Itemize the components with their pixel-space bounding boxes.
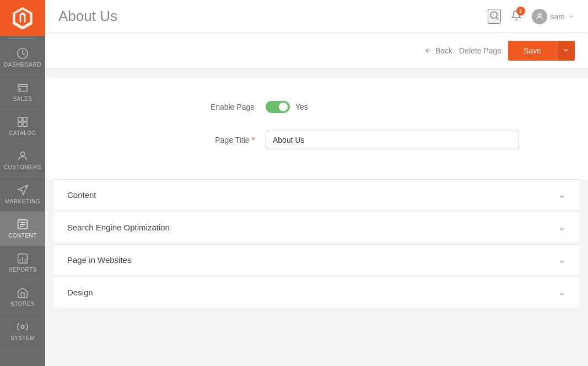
search-icon <box>489 10 500 21</box>
sidebar-item-content[interactable]: CONTENT <box>0 212 45 246</box>
sidebar-item-customers[interactable]: CUSTOMERS <box>0 143 45 177</box>
content-area: Back Delete Page Save Enable Page <box>45 33 588 366</box>
sidebar-item-system[interactable]: SYSTEM <box>0 314 45 348</box>
page-title: About Us <box>58 8 117 25</box>
svg-rect-4 <box>23 117 27 121</box>
accordion-websites-header[interactable]: Page in Websites ⌄ <box>54 245 579 274</box>
accordion-seo-chevron: ⌄ <box>558 221 566 233</box>
sidebar-label-marketing: MARKETING <box>5 198 40 204</box>
top-header: About Us 2 <box>45 0 588 33</box>
stores-icon <box>17 287 29 299</box>
back-label: Back <box>435 46 452 55</box>
save-button-group: Save <box>508 41 575 61</box>
svg-point-2 <box>20 89 21 90</box>
page-title-label: Page Title* <box>155 136 255 144</box>
back-button[interactable]: Back <box>424 46 452 55</box>
chevron-down-icon <box>568 13 575 20</box>
form-section: Enable Page Yes Page Title* <box>45 78 588 179</box>
magento-logo-icon <box>12 7 34 29</box>
accordion-seo: Search Engine Optimization ⌄ <box>54 212 579 242</box>
enable-page-label: Enable Page <box>155 103 255 111</box>
sidebar-item-reports[interactable]: REPORTS <box>0 246 45 280</box>
sidebar-label-sales: SALES <box>13 96 33 102</box>
user-icon <box>535 12 544 21</box>
sidebar-label-catalog: CATALOG <box>9 130 36 136</box>
notifications-button[interactable]: 2 <box>511 10 522 23</box>
svg-point-7 <box>20 152 24 156</box>
user-name: sam <box>551 12 565 21</box>
sidebar-item-stores[interactable]: STORES <box>0 280 45 314</box>
sidebar: DASHBOARD SALES CATALOG CUSTOMERS <box>0 0 45 366</box>
main-content: About Us 2 <box>45 0 588 366</box>
accordion-seo-header[interactable]: Search Engine Optimization ⌄ <box>54 212 579 242</box>
catalog-icon <box>17 116 29 128</box>
header-actions: 2 sam <box>488 9 575 24</box>
accordion-content-title: Content <box>67 190 96 200</box>
accordion-design-title: Design <box>67 288 93 297</box>
sidebar-label-system: SYSTEM <box>10 335 35 341</box>
accordion-design-header[interactable]: Design ⌄ <box>54 277 579 307</box>
enable-page-row: Enable Page Yes <box>45 95 588 119</box>
required-indicator: * <box>252 136 255 144</box>
enable-page-status: Yes <box>295 103 308 111</box>
user-menu[interactable]: sam <box>532 9 575 24</box>
toggle-slider <box>266 101 290 113</box>
svg-rect-5 <box>18 122 22 126</box>
save-button[interactable]: Save <box>508 41 557 61</box>
accordion-design-chevron: ⌄ <box>558 286 566 298</box>
sidebar-item-catalog[interactable]: CATALOG <box>0 109 45 143</box>
accordion-sections: Content ⌄ Search Engine Optimization ⌄ P… <box>45 179 588 307</box>
page-title-row: Page Title* <box>45 125 588 155</box>
notifications-badge: 2 <box>516 7 525 15</box>
accordion-seo-title: Search Engine Optimization <box>67 223 170 232</box>
toggle-wrapper: Yes <box>266 101 519 113</box>
sidebar-label-customers: CUSTOMERS <box>4 164 41 170</box>
accordion-websites: Page in Websites ⌄ <box>54 244 579 274</box>
enable-page-control: Yes <box>266 101 519 113</box>
accordion-content: Content ⌄ <box>54 179 579 209</box>
accordion-websites-title: Page in Websites <box>67 255 131 265</box>
accordion-design: Design ⌄ <box>54 277 579 307</box>
sidebar-label-reports: REPORTS <box>8 267 37 273</box>
search-button[interactable] <box>488 9 501 24</box>
sidebar-item-sales[interactable]: SALES <box>0 75 45 109</box>
sidebar-label-content: CONTENT <box>8 233 37 239</box>
accordion-content-chevron: ⌄ <box>558 189 566 201</box>
delete-label: Delete Page <box>459 46 501 55</box>
arrow-left-icon <box>424 47 432 55</box>
dashboard-icon <box>17 47 29 60</box>
marketing-icon <box>17 184 29 196</box>
reports-icon <box>17 252 29 265</box>
delete-page-button[interactable]: Delete Page <box>459 46 501 55</box>
svg-point-10 <box>21 325 24 329</box>
system-icon <box>17 321 29 333</box>
content-icon <box>17 218 29 230</box>
svg-point-11 <box>490 12 497 18</box>
chevron-down-icon <box>563 47 569 53</box>
save-dropdown-button[interactable] <box>557 41 575 61</box>
svg-rect-3 <box>18 117 22 121</box>
sidebar-item-marketing[interactable]: MARKETING <box>0 177 45 212</box>
action-bar: Back Delete Page Save <box>45 33 588 69</box>
svg-point-12 <box>538 13 541 16</box>
accordion-websites-chevron: ⌄ <box>558 254 566 266</box>
user-avatar <box>532 9 547 24</box>
sidebar-logo <box>0 0 45 36</box>
sidebar-divider <box>9 38 36 39</box>
sidebar-label-dashboard: DASHBOARD <box>4 62 41 68</box>
customers-icon <box>17 150 29 162</box>
page-title-control <box>266 131 519 149</box>
accordion-content-header[interactable]: Content ⌄ <box>54 180 579 209</box>
sidebar-label-stores: STORES <box>10 301 35 307</box>
svg-rect-6 <box>23 122 27 126</box>
svg-rect-1 <box>18 85 28 92</box>
sidebar-item-dashboard[interactable]: DASHBOARD <box>0 41 45 75</box>
sales-icon <box>17 82 29 94</box>
enable-page-toggle[interactable] <box>266 101 290 113</box>
page-title-input[interactable] <box>266 131 519 149</box>
